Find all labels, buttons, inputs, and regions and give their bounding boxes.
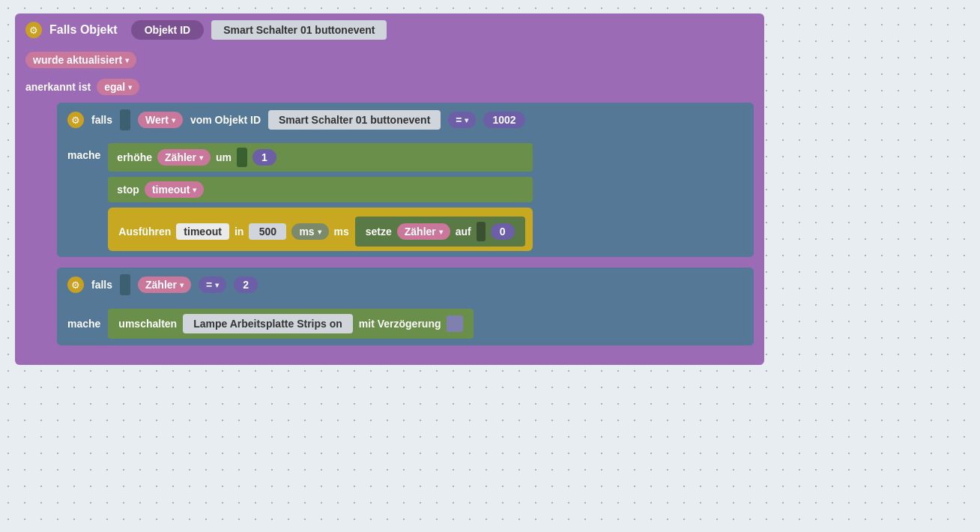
stop-label: stop: [117, 184, 139, 196]
bottom-falls-gear-icon: ⚙: [67, 276, 84, 293]
zahler-dropdown-1[interactable]: Zähler ▾: [157, 149, 211, 166]
dropdown-arrow: ▾: [125, 56, 129, 64]
ausfuhren-header-row: Ausführen timeout in 500 ms ▾ ms: [115, 222, 351, 241]
falls-notch: [120, 109, 130, 130]
objekt-id-container: Objekt ID: [131, 20, 204, 40]
setze-value-pill: 0: [491, 223, 515, 240]
erhohe-block: erhöhe Zähler ▾ um 1: [108, 143, 532, 172]
anerkannt-label: anerkannt ist: [25, 81, 91, 93]
egal-arrow: ▾: [128, 83, 132, 91]
falls-gear-icon: ⚙: [67, 112, 84, 128]
auf-notch: [477, 222, 486, 241]
objekt-id-label: Objekt ID: [145, 24, 190, 36]
um-notch: [237, 148, 247, 167]
objekt-id-value[interactable]: Smart Schalter 01 buttonevent: [211, 20, 387, 40]
wert-dropdown[interactable]: Wert ▾: [138, 112, 183, 128]
bottom-eq-dropdown[interactable]: = ▾: [199, 276, 226, 293]
bottom-zahler-dropdown[interactable]: Zähler ▾: [138, 276, 191, 293]
mit-value-box: [447, 315, 463, 332]
ausfuhren-value[interactable]: 500: [249, 223, 286, 240]
umschalten-label: umschalten: [118, 318, 177, 330]
egal-dropdown[interactable]: egal ▾: [97, 79, 139, 95]
falls-objekt-header: ⚙ Falls Objekt Objekt ID Smart Schalter …: [15, 13, 764, 46]
ms-suffix: ms: [334, 226, 349, 238]
umschalten-block: umschalten Lampe Arbeitsplatte Strips on…: [108, 309, 474, 339]
mache-label: mache: [67, 143, 100, 161]
bottom-mache-row: mache umschalten Lampe Arbeitsplatte Str…: [57, 302, 754, 345]
erhohe-label: erhöhe: [117, 151, 152, 163]
mache-row: mache erhöhe Zähler ▾ um: [57, 137, 754, 257]
first-inner-block: ⚙ falls Wert ▾ vom Objekt ID Smart Schal…: [57, 103, 754, 257]
in-label: in: [235, 226, 244, 238]
eq-dropdown[interactable]: = ▾: [448, 112, 476, 128]
setze-block: setze Zähler ▾ auf 0: [355, 217, 525, 247]
falls-objekt-block: ⚙ Falls Objekt Objekt ID Smart Schalter …: [15, 13, 764, 365]
falls-value-pill: 1002: [483, 112, 524, 128]
gear-icon: ⚙: [25, 22, 42, 38]
wurde-aktualisiert-dropdown[interactable]: wurde aktualisiert ▾: [25, 52, 136, 68]
anerkannt-row: anerkannt ist egal ▾: [15, 73, 764, 103]
purple-bottom-close: [15, 354, 764, 365]
mit-label: mit Verzögerung: [359, 318, 441, 330]
bottom-mache-label: mache: [67, 318, 100, 330]
ausfuhren-container: Ausführen timeout in 500 ms ▾ ms: [108, 208, 532, 251]
workspace: ⚙ Falls Objekt Objekt ID Smart Schalter …: [0, 0, 980, 532]
ausfuhren-label: Ausführen: [118, 226, 171, 238]
bottom-falls-label: falls: [91, 279, 112, 291]
falls-label: falls: [91, 114, 112, 126]
stop-block: stop timeout ▾: [108, 177, 532, 202]
bottom-value-pill: 2: [234, 276, 258, 293]
setze-label: setze: [366, 226, 392, 238]
bottom-falls-row: ⚙ falls Zähler ▾ = ▾ 2: [57, 267, 754, 302]
um-value-pill: 1: [252, 149, 276, 166]
ms-dropdown[interactable]: ms ▾: [291, 223, 328, 240]
lampe-value[interactable]: Lampe Arbeitsplatte Strips on: [183, 314, 353, 333]
bottom-falls-notch: [120, 274, 130, 295]
um-label: um: [216, 151, 232, 163]
inner-objekt-value[interactable]: Smart Schalter 01 buttonevent: [268, 110, 441, 130]
auf-label: auf: [456, 226, 471, 238]
wurde-aktualisiert-row: wurde aktualisiert ▾: [15, 46, 764, 73]
second-inner-block: ⚙ falls Zähler ▾ = ▾ 2: [57, 267, 754, 345]
ausfuhren-timeout-label[interactable]: timeout: [176, 223, 229, 240]
inner-section: ⚙ falls Wert ▾ vom Objekt ID Smart Schal…: [15, 103, 764, 354]
mache-actions: erhöhe Zähler ▾ um 1: [108, 143, 532, 251]
zahler-dropdown-2[interactable]: Zähler ▾: [397, 223, 450, 240]
falls-objekt-title: Falls Objekt: [49, 23, 118, 37]
vom-objekt-label: vom Objekt ID: [190, 114, 261, 126]
falls-row: ⚙ falls Wert ▾ vom Objekt ID Smart Schal…: [57, 103, 754, 137]
timeout-dropdown[interactable]: timeout ▾: [145, 181, 205, 198]
